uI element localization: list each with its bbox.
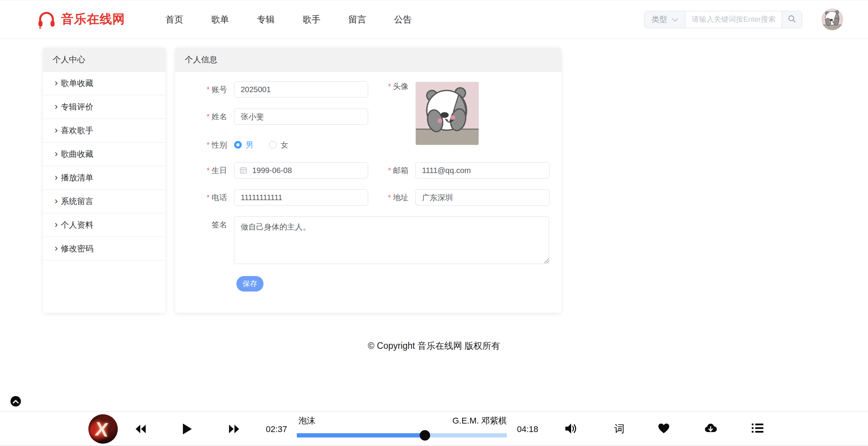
phone-input[interactable] (234, 189, 368, 206)
gender-label: *性别 (175, 140, 234, 150)
chevron-right-icon: › (55, 102, 58, 111)
profile-panel: 个人信息 *账号 *头像 *姓名 *性别 男 (175, 48, 561, 313)
sidebar-item-system-messages[interactable]: ›系统留言 (43, 190, 165, 213)
type-select-label: 类型 (652, 14, 667, 25)
sidebar-item-profile[interactable]: ›个人资料 (43, 213, 165, 237)
phone-label: *电话 (175, 192, 234, 203)
birthday-input[interactable] (234, 162, 368, 178)
current-time: 02:37 (266, 424, 287, 434)
next-icon (228, 424, 240, 436)
profile-title: 个人信息 (175, 48, 561, 72)
type-select[interactable]: 类型 (644, 11, 685, 28)
player-bar: X 02:37 泡沫 G.E.M. 邓紫棋 04:18 词 (0, 411, 868, 446)
chevron-up-icon (13, 398, 19, 405)
favorite-button[interactable] (658, 423, 670, 435)
previous-button[interactable] (134, 424, 147, 436)
email-input[interactable] (415, 162, 549, 178)
user-avatar[interactable] (822, 9, 843, 30)
gender-male-radio[interactable] (234, 141, 242, 149)
page-content: 个人中心 ›歌单收藏 ›专辑评价 ›喜欢歌手 ›歌曲收藏 ›播放清单 ›系统留言… (43, 48, 561, 313)
top-navbar: 音乐在线网 首页 歌单 专辑 歌手 留言 公告 类型 (0, 0, 868, 39)
save-button[interactable]: 保存 (236, 276, 264, 292)
sidebar: 个人中心 ›歌单收藏 ›专辑评价 ›喜欢歌手 ›歌曲收藏 ›播放清单 ›系统留言… (43, 48, 165, 313)
cloud-download-icon (704, 423, 717, 435)
nav-item-singers[interactable]: 歌手 (303, 14, 320, 26)
chevron-right-icon: › (55, 78, 58, 87)
headphone-logo-icon (36, 9, 57, 30)
nav-item-albums[interactable]: 专辑 (257, 14, 275, 26)
song-title: 泡沫 (298, 415, 315, 427)
gender-male-label[interactable]: 男 (246, 140, 253, 150)
chevron-right-icon: › (55, 125, 58, 135)
nav-item-notices[interactable]: 公告 (394, 14, 412, 26)
sidebar-item-song-favorites[interactable]: ›歌曲收藏 (43, 142, 165, 166)
avatar-label: *头像 (350, 81, 415, 92)
navbar-right: 类型 (644, 9, 843, 30)
search-input[interactable] (685, 11, 782, 28)
chevron-right-icon: › (55, 220, 58, 229)
sidebar-item-album-reviews[interactable]: ›专辑评价 (43, 95, 165, 119)
sidebar-item-play-queue[interactable]: ›播放清单 (43, 166, 165, 190)
main-nav: 首页 歌单 专辑 歌手 留言 公告 (165, 14, 412, 26)
back-to-top-button[interactable] (10, 396, 21, 407)
name-input[interactable] (234, 108, 368, 125)
album-art[interactable]: X (88, 414, 118, 444)
chevron-right-icon: › (55, 244, 58, 253)
address-input[interactable] (415, 189, 549, 206)
play-icon (182, 423, 192, 436)
birthday-label: *生日 (175, 165, 234, 176)
chevron-right-icon: › (55, 149, 58, 158)
brand-logo[interactable]: 音乐在线网 (36, 9, 125, 30)
nav-item-playlists[interactable]: 歌单 (211, 14, 229, 26)
profile-avatar-image[interactable] (415, 82, 479, 145)
progress-fill (297, 433, 425, 437)
sidebar-item-liked-singers[interactable]: ›喜欢歌手 (43, 119, 165, 142)
calendar-icon (239, 166, 247, 176)
chevron-right-icon: › (55, 196, 58, 206)
sidebar-item-change-password[interactable]: ›修改密码 (43, 237, 165, 261)
email-label: *邮箱 (350, 165, 415, 176)
signature-textarea[interactable] (234, 216, 549, 264)
playlist-icon (752, 423, 763, 435)
address-label: *地址 (350, 192, 415, 203)
volume-icon (564, 422, 577, 436)
lyrics-button[interactable]: 词 (614, 422, 625, 436)
total-time: 04:18 (517, 424, 538, 434)
copyright-text: © Copyright 音乐在线网 版权所有 (0, 340, 868, 352)
volume-button[interactable] (564, 422, 577, 436)
progress-thumb[interactable] (420, 430, 430, 441)
playlist-button[interactable] (752, 423, 763, 435)
previous-icon (134, 424, 147, 436)
search-group: 类型 (644, 11, 802, 28)
play-button[interactable] (182, 423, 192, 436)
nav-item-home[interactable]: 首页 (165, 14, 183, 26)
heart-icon (658, 423, 670, 435)
search-icon (788, 15, 796, 24)
gender-female-radio[interactable] (269, 141, 277, 149)
sidebar-title: 个人中心 (43, 48, 165, 72)
sidebar-item-playlist-favorites[interactable]: ›歌单收藏 (43, 72, 165, 95)
account-label: *账号 (175, 84, 234, 95)
gender-female-label[interactable]: 女 (281, 140, 288, 150)
next-button[interactable] (228, 424, 240, 436)
artist-name: G.E.M. 邓紫棋 (452, 415, 507, 427)
download-button[interactable] (704, 423, 717, 435)
account-input[interactable] (234, 81, 368, 98)
nav-item-messages[interactable]: 留言 (348, 14, 366, 26)
chevron-right-icon: › (55, 173, 58, 182)
search-button[interactable] (782, 11, 802, 28)
chevron-down-icon (672, 15, 678, 24)
progress-bar[interactable] (297, 433, 507, 437)
brand-title: 音乐在线网 (61, 11, 125, 28)
profile-form: *账号 *头像 *姓名 *性别 男 女 (175, 72, 561, 313)
signature-label: 签名 (175, 220, 234, 230)
name-label: *姓名 (175, 112, 234, 122)
